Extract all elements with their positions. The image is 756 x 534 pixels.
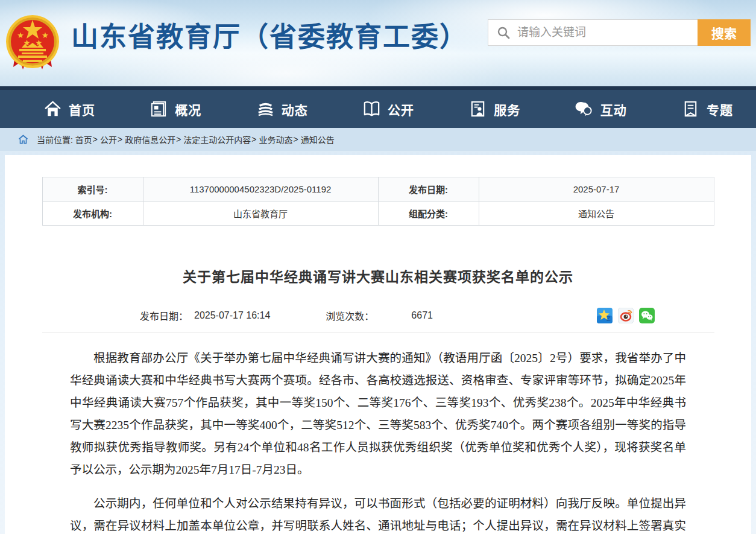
breadcrumb-prefix: 当前位置: — [37, 133, 73, 145]
table-row: 索引号: 11370000004502323D/2025-01192 发布日期:… — [42, 177, 714, 202]
nav-label: 专题 — [707, 100, 733, 118]
nav-item-home[interactable]: 首页 — [43, 100, 95, 118]
category-label: 组配分类: — [378, 202, 479, 226]
nav-item-news[interactable]: 动态 — [256, 100, 308, 118]
page-background: 索引号: 11370000004502323D/2025-01192 发布日期:… — [0, 151, 756, 534]
issuing-agency-value: 山东省教育厅 — [143, 202, 378, 226]
breadcrumb-item-disclosure[interactable]: 公开 — [100, 133, 117, 145]
views-label: 浏览次数： — [326, 308, 374, 323]
wechat-share-icon[interactable] — [639, 308, 655, 323]
content-card: 索引号: 11370000004502323D/2025-01192 发布日期:… — [5, 155, 751, 534]
document-info-table: 索引号: 11370000004502323D/2025-01192 发布日期:… — [42, 177, 714, 226]
breadcrumb-item-home[interactable]: 首页 — [75, 133, 92, 145]
nav-label: 动态 — [282, 100, 308, 118]
newspaper-icon — [150, 100, 168, 118]
nav-label: 首页 — [69, 100, 95, 118]
weibo-share-icon[interactable] — [618, 308, 634, 323]
nav-label: 公开 — [388, 100, 414, 118]
breadcrumb-item-business[interactable]: 业务动态 — [259, 133, 293, 145]
search-input[interactable] — [510, 20, 698, 45]
breadcrumb-item-statutory[interactable]: 法定主动公开内容 — [183, 133, 251, 145]
main-nav: 首页 概况 动态 公开 — [0, 86, 756, 128]
publish-date-label: 发布日期: — [378, 177, 479, 202]
category-value: 通知公告 — [479, 202, 714, 226]
article-body: 根据教育部办公厅《关于举办第七届中华经典诵写讲大赛的通知》（教语用厅函〔2025… — [5, 332, 751, 534]
open-book-icon — [362, 100, 381, 118]
search-button[interactable]: 搜索 — [698, 19, 751, 46]
publish-date-meta-label: 发布日期： — [140, 308, 188, 323]
article-paragraph: 根据教育部办公厅《关于举办第七届中华经典诵写讲大赛的通知》（教语用厅函〔2025… — [70, 347, 686, 481]
breadcrumb-separator: > — [176, 135, 181, 144]
service-doc-icon — [468, 100, 487, 118]
views-value: 6671 — [411, 310, 433, 321]
breadcrumb-home-icon — [18, 135, 28, 144]
home-icon — [43, 100, 62, 118]
breadcrumb-separator: > — [118, 135, 122, 144]
publish-date-meta-value: 2025-07-17 16:14 — [194, 310, 270, 321]
issuing-agency-label: 发布机构: — [42, 202, 143, 226]
nav-item-interaction[interactable]: 互动 — [575, 100, 627, 118]
site-header: 山东省教育厅（省委教育工委） 搜索 — [0, 0, 756, 86]
index-number-label: 索引号: — [42, 177, 143, 202]
breadcrumb: 当前位置: 首页 > 公开 > 政府信息公开 > 法定主动公开内容 > 业务动态… — [0, 128, 756, 151]
article-paragraph: 公示期内，任何单位和个人对公示结果持有异议，可以书面形式（包括必要的证明材料）向… — [70, 492, 686, 534]
site-title: 山东省教育厅（省委教育工委） — [71, 15, 468, 54]
search-icon — [497, 26, 510, 39]
article-title: 关于第七届中华经典诵写讲大赛山东相关赛项获奖名单的公示 — [5, 265, 751, 286]
nav-label: 服务 — [494, 100, 520, 118]
breadcrumb-separator: > — [93, 135, 98, 144]
article-meta: 发布日期： 2025-07-17 16:14 浏览次数： 6671 Z — [5, 308, 751, 323]
search-box: 搜索 — [488, 19, 751, 46]
chat-bubbles-icon — [575, 100, 594, 118]
nav-item-topics[interactable]: 专题 — [681, 100, 733, 118]
index-number-value: 11370000004502323D/2025-01192 — [143, 177, 378, 202]
national-emblem-logo — [5, 14, 60, 75]
breadcrumb-item-gov-info[interactable]: 政府信息公开 — [125, 133, 175, 145]
publish-date-value: 2025-07-17 — [479, 177, 714, 202]
nav-item-disclosure[interactable]: 公开 — [362, 100, 414, 118]
nav-item-overview[interactable]: 概况 — [150, 100, 201, 118]
nav-item-services[interactable]: 服务 — [468, 100, 520, 118]
nav-label: 互动 — [600, 100, 627, 118]
breadcrumb-item-notices[interactable]: 通知公告 — [301, 133, 335, 145]
table-row: 发布机构: 山东省教育厅 组配分类: 通知公告 — [42, 202, 714, 226]
breadcrumb-separator: > — [251, 135, 256, 144]
share-icons: Z — [597, 308, 655, 323]
books-icon — [256, 100, 275, 118]
nav-label: 概况 — [175, 100, 201, 118]
topic-doc-icon — [681, 100, 700, 118]
qzone-share-icon[interactable]: Z — [597, 308, 613, 323]
breadcrumb-separator: > — [294, 135, 298, 144]
